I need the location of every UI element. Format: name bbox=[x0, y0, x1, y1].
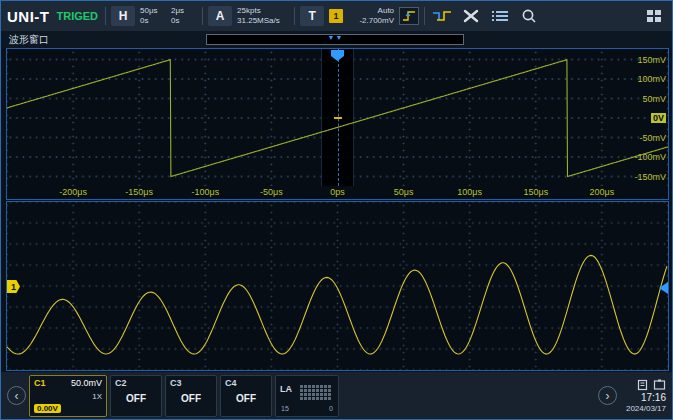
trigger-mode: Auto bbox=[378, 6, 394, 16]
wave-window-titlebar: 波形窗口 ▼▼ bbox=[1, 31, 672, 48]
channel-c1-scale: 50.0mV bbox=[71, 378, 102, 388]
display-layout-button[interactable] bbox=[642, 6, 666, 26]
zoom-waveform-plot bbox=[7, 202, 668, 370]
trigger-menu-button[interactable]: T bbox=[300, 6, 324, 26]
la-dot bbox=[320, 389, 323, 392]
main-waveform-panel[interactable]: 150mV100mV50mV0V-50mV-100mV-150mV -200μs… bbox=[6, 48, 669, 200]
channel-c4-state: OFF bbox=[221, 393, 271, 404]
acquire-readout: 25kpts 31.25MSa/s bbox=[237, 6, 289, 27]
divider bbox=[105, 7, 106, 25]
clock-date: 2024/03/17 bbox=[626, 404, 666, 413]
zoom-plot-grid[interactable]: 1 bbox=[7, 202, 668, 370]
voltage-label: -50mV bbox=[639, 133, 666, 143]
time-label: -100μs bbox=[191, 187, 219, 197]
brand-logo: UNI-T bbox=[7, 8, 50, 25]
main-plot-grid[interactable]: 150mV100mV50mV0V-50mV-100mV-150mV bbox=[7, 49, 668, 186]
next-page-button[interactable]: › bbox=[598, 386, 617, 405]
channel-la-button[interactable]: LA 15 0 bbox=[275, 375, 339, 417]
la-dot bbox=[324, 389, 327, 392]
la-dot bbox=[328, 393, 331, 396]
la-dot bbox=[324, 397, 327, 400]
prev-page-button[interactable]: ‹ bbox=[7, 386, 26, 405]
channel-c2-label: C2 bbox=[115, 378, 127, 388]
channel-c2-button[interactable]: C2 OFF bbox=[110, 375, 162, 417]
waveform-overlay-icon bbox=[432, 8, 452, 24]
h-zoom-scale: 2μs bbox=[171, 6, 197, 16]
la-dot bbox=[320, 397, 323, 400]
channel-c4-head: C4 bbox=[225, 378, 267, 388]
la-dot bbox=[320, 393, 323, 396]
horizontal-menu-button[interactable]: H bbox=[111, 6, 135, 26]
la-dot bbox=[312, 397, 315, 400]
clock-icons bbox=[637, 379, 666, 391]
la-dot bbox=[308, 385, 311, 388]
channel-c1-head: C1 50.0mV bbox=[34, 378, 102, 388]
time-label: 150μs bbox=[523, 187, 548, 197]
la-dot bbox=[304, 397, 307, 400]
menu-list-button[interactable] bbox=[488, 6, 512, 26]
trigger-type-chip[interactable] bbox=[399, 7, 419, 25]
channel-c2-head: C2 bbox=[115, 378, 157, 388]
tools-cross-icon bbox=[461, 8, 481, 24]
la-dot bbox=[324, 393, 327, 396]
channel-c1-button[interactable]: C1 50.0mV 1X 0.00V bbox=[29, 375, 107, 417]
la-dot bbox=[308, 389, 311, 392]
time-label: -150μs bbox=[125, 187, 153, 197]
time-label: 50μs bbox=[394, 187, 414, 197]
channel-la-label: LA bbox=[280, 384, 292, 394]
channel-c3-state: OFF bbox=[166, 393, 216, 404]
trigger-status-badge: TRIGED bbox=[57, 10, 99, 22]
horizontal-main-readout: 50μs 0s bbox=[140, 6, 166, 27]
la-dot bbox=[300, 397, 303, 400]
channel-c4-label: C4 bbox=[225, 378, 237, 388]
topbar: UNI-T TRIGED H 50μs 0s 2μs 0s A 25kpts 3… bbox=[1, 1, 672, 32]
waveform-overlay-button[interactable] bbox=[430, 6, 454, 26]
la-dot bbox=[304, 385, 307, 388]
channel-c3-label: C3 bbox=[170, 378, 182, 388]
la-dot bbox=[300, 385, 303, 388]
search-button[interactable] bbox=[517, 6, 541, 26]
oscilloscope-screen: UNI-T TRIGED H 50μs 0s 2μs 0s A 25kpts 3… bbox=[0, 0, 673, 420]
rising-edge-icon bbox=[402, 10, 416, 22]
trigger-source-chip[interactable]: 1 bbox=[329, 9, 343, 23]
save-file-icon[interactable] bbox=[637, 379, 648, 391]
la-dot bbox=[300, 393, 303, 396]
channel-c3-button[interactable]: C3 OFF bbox=[165, 375, 217, 417]
la-dot bbox=[328, 389, 331, 392]
trigger-point-highlight bbox=[334, 117, 342, 119]
screenshot-icon[interactable] bbox=[653, 379, 666, 391]
trigger-level: -2.700mV bbox=[359, 16, 394, 26]
voltage-label: 0V bbox=[651, 113, 666, 123]
la-dot bbox=[316, 393, 319, 396]
divider bbox=[294, 7, 295, 25]
voltage-labels: 150mV100mV50mV0V-50mV-100mV-150mV bbox=[614, 49, 666, 186]
channel-c4-button[interactable]: C4 OFF bbox=[220, 375, 272, 417]
voltage-label: -150mV bbox=[634, 172, 666, 182]
la-high-label: 15 bbox=[281, 405, 289, 412]
la-dot bbox=[312, 385, 315, 388]
acquire-menu-button[interactable]: A bbox=[208, 6, 232, 26]
h-main-scale: 50μs bbox=[140, 6, 166, 16]
time-labels: -200μs-150μs-100μs-50μs0ps50μs100μs150μs… bbox=[7, 186, 668, 199]
la-dot bbox=[320, 385, 323, 388]
la-dot-grid bbox=[300, 385, 331, 400]
layout-grid-icon bbox=[646, 9, 662, 23]
time-label: 200μs bbox=[590, 187, 615, 197]
voltage-label: 150mV bbox=[637, 55, 666, 65]
la-dot bbox=[328, 397, 331, 400]
time-label: 0ps bbox=[330, 187, 345, 197]
h-main-offset: 0s bbox=[140, 16, 166, 26]
voltage-label: -100mV bbox=[634, 152, 666, 162]
zoom-waveform-panel[interactable]: 1 bbox=[6, 201, 669, 371]
la-dot bbox=[316, 385, 319, 388]
time-label: -50μs bbox=[260, 187, 283, 197]
record-position-bar[interactable]: ▼▼ bbox=[206, 34, 464, 45]
la-dot bbox=[324, 385, 327, 388]
channel-c2-state: OFF bbox=[111, 393, 161, 404]
horizontal-zoom-readout: 2μs 0s bbox=[171, 6, 197, 27]
record-position-markers: ▼▼ bbox=[328, 33, 343, 43]
la-low-label: 0 bbox=[329, 405, 333, 412]
h-zoom-offset: 0s bbox=[171, 16, 197, 26]
marker-triangle-icon: ▼ bbox=[336, 33, 343, 43]
tools-button[interactable] bbox=[459, 6, 483, 26]
